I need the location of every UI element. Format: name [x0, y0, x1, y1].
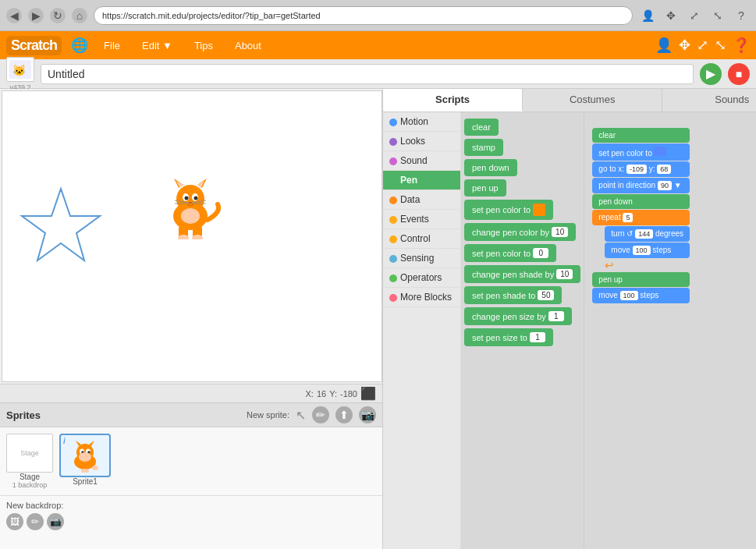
costumes-tab[interactable]: Costumes: [523, 89, 662, 112]
globe-icon[interactable]: 🌐: [71, 37, 88, 54]
block-pen-down[interactable]: pen down: [464, 159, 517, 176]
category-looks[interactable]: Looks: [383, 132, 460, 151]
url-bar[interactable]: [94, 6, 633, 25]
category-sound[interactable]: Sound: [383, 151, 460, 171]
ws-block-pen-down[interactable]: pen down: [592, 194, 690, 209]
y-value: -180: [340, 389, 357, 398]
camera-sprite-button[interactable]: 📷: [359, 406, 376, 423]
ws-block-turn[interactable]: turn ↺ 144 degrees: [605, 226, 690, 242]
stage-canvas: [2, 90, 382, 382]
category-motion[interactable]: Motion: [383, 112, 460, 132]
new-backdrop-section: New backdrop: 🖼 ✏ 📷: [0, 495, 382, 535]
sprite-info-icon[interactable]: i: [63, 437, 66, 445]
x-label: X:: [306, 389, 314, 398]
help2-icon[interactable]: ❓: [733, 37, 750, 54]
block-change-pen-color[interactable]: change pen color by 10: [464, 223, 576, 241]
pen-color-num-value: 0: [533, 248, 548, 258]
sprites-title: Sprites: [6, 409, 240, 421]
help-icon[interactable]: ?: [733, 7, 750, 24]
sprite1-thumb[interactable]: i: [59, 434, 111, 477]
svg-point-33: [92, 466, 98, 470]
ws-move-inner-val: 100: [633, 246, 651, 255]
category-data[interactable]: Data: [383, 190, 460, 210]
upload-backdrop-button[interactable]: ✏: [27, 513, 44, 530]
backdrop-buttons: 🖼 ✏ 📷: [6, 513, 376, 530]
category-operators[interactable]: Operators: [383, 268, 460, 288]
category-sensing[interactable]: Sensing: [383, 249, 460, 268]
ws-y-val: 68: [657, 165, 671, 174]
project-title-input[interactable]: [41, 64, 694, 84]
blocks-main: Motion Looks Sound Pen Data Events: [383, 112, 756, 549]
category-pen[interactable]: Pen: [383, 171, 460, 190]
paint-sprite-button[interactable]: ✏: [312, 406, 329, 423]
block-change-pen-size[interactable]: change pen size by 1: [464, 307, 572, 325]
more-blocks-dot: [389, 294, 397, 302]
account-icon[interactable]: 👤: [639, 7, 656, 24]
green-flag-button[interactable]: ▶: [700, 63, 722, 85]
block-set-pen-color-to[interactable]: set pen color to: [464, 200, 553, 220]
user-icon[interactable]: 👤: [655, 37, 673, 54]
category-control[interactable]: Control: [383, 229, 460, 249]
ws-block-pen-up[interactable]: pen up: [592, 272, 690, 287]
tips-menu[interactable]: Tips: [188, 37, 219, 55]
block-set-pen-color-num[interactable]: set pen color to 0: [464, 244, 556, 262]
svg-point-13: [189, 202, 192, 204]
sprites-header: Sprites New sprite: ↖ ✏ ⬆ 📷: [0, 403, 382, 427]
sounds-tab[interactable]: Sounds: [662, 89, 756, 112]
scratch-logo: Scratch: [6, 36, 62, 55]
edit-menu[interactable]: Edit ▼: [136, 37, 179, 55]
settings-icon[interactable]: ✥: [679, 37, 690, 54]
ws-block-go-to[interactable]: go to x: -109 y: 68: [592, 161, 690, 177]
ws-x-val: -109: [626, 165, 647, 174]
scratch-menubar: Scratch 🌐 File Edit ▼ Tips About 👤 ✥ ⤢ ⤡…: [0, 31, 756, 59]
expand2-icon[interactable]: ⤢: [697, 37, 708, 54]
refresh-button[interactable]: ↻: [50, 8, 66, 23]
sprite1-item[interactable]: i: [59, 434, 111, 489]
drag-icon[interactable]: ✥: [662, 7, 680, 24]
stage-area: X: 16 Y: -180 ⬛ Sprites New sprite: ↖ ✏ …: [0, 89, 382, 549]
svg-point-32: [81, 469, 89, 473]
ws-block-clear[interactable]: clear: [592, 128, 690, 143]
paint-backdrop-button[interactable]: 🖼: [6, 513, 23, 530]
ws-block-move-inner[interactable]: move 100 steps: [605, 243, 690, 258]
forward-button[interactable]: ▶: [28, 8, 44, 23]
category-more-blocks[interactable]: More Blocks: [383, 288, 460, 307]
scripts-tab[interactable]: Scripts: [383, 89, 523, 112]
shrink-icon[interactable]: ⤡: [709, 7, 726, 24]
ws-block-move-outer[interactable]: move 100 steps: [592, 288, 690, 303]
ws-block-set-pen-color[interactable]: set pen color to: [592, 143, 690, 161]
stage-expand-button[interactable]: ⬛: [360, 386, 376, 401]
category-sidebar: Motion Looks Sound Pen Data Events: [383, 112, 461, 549]
block-set-pen-shade[interactable]: set pen shade to 50: [464, 286, 562, 304]
block-pen-up[interactable]: pen up: [464, 179, 506, 197]
block-set-pen-size[interactable]: set pen size to 1: [464, 328, 553, 346]
blocks-tabs: Scripts Costumes Sounds: [383, 89, 756, 112]
file-menu[interactable]: File: [98, 37, 126, 55]
new-sprite-label: New sprite:: [247, 410, 289, 420]
stage-label: Stage: [20, 473, 40, 481]
ws-turn-val: 144: [635, 229, 653, 239]
block-clear[interactable]: clear: [464, 119, 499, 136]
color-swatch: [533, 204, 545, 216]
events-dot: [389, 216, 397, 224]
camera-backdrop-button[interactable]: 📷: [47, 513, 64, 530]
block-stamp[interactable]: stamp: [464, 139, 503, 156]
stop-button[interactable]: ■: [728, 63, 750, 85]
shrink2-icon[interactable]: ⤡: [715, 37, 726, 54]
back-button[interactable]: ◀: [6, 8, 22, 23]
sprite1-label: Sprite1: [73, 477, 98, 486]
category-events[interactable]: Events: [383, 210, 460, 229]
ws-block-repeat[interactable]: repeat 5: [592, 210, 690, 225]
block-change-pen-shade[interactable]: change pen shade by 10: [464, 265, 580, 283]
new-backdrop-label: New backdrop:: [6, 501, 376, 510]
browser-bar: ◀ ▶ ↻ ⌂ 👤 ✥ ⤢ ⤡ ?: [0, 0, 756, 31]
home-button[interactable]: ⌂: [72, 8, 87, 23]
project-bar: 🐱 v439.2 ▶ ■: [0, 59, 756, 89]
expand-icon[interactable]: ⤢: [686, 7, 703, 24]
stage-thumb[interactable]: Stage: [6, 434, 53, 473]
upload-sprite-button[interactable]: ⬆: [335, 406, 353, 423]
about-menu[interactable]: About: [229, 37, 268, 55]
ws-block-point-dir[interactable]: point in direction 90 ▼: [592, 178, 690, 193]
script-workspace: clear set pen color to go to x: -109 y: …: [584, 112, 756, 549]
x-value: 16: [317, 389, 326, 398]
